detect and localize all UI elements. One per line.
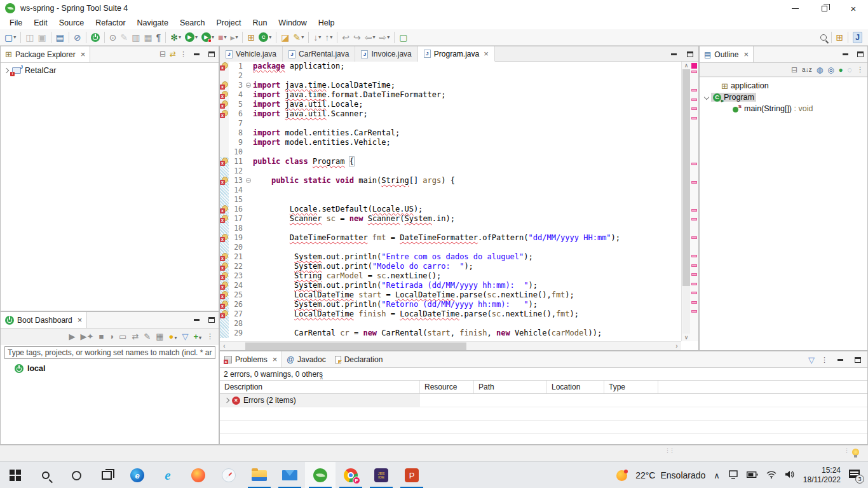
- filter-icon[interactable]: ▽: [808, 355, 815, 365]
- editor-tab-program-java[interactable]: JProgram.java×: [418, 46, 495, 62]
- column-header-location[interactable]: Location: [547, 381, 604, 393]
- error-summary-marker[interactable]: [691, 63, 697, 69]
- editor-tab-vehicle-java[interactable]: JVehicle.java: [220, 46, 283, 62]
- close-icon[interactable]: ×: [81, 50, 86, 59]
- access-key-button[interactable]: ⊙: [108, 30, 118, 44]
- spring-initializr-button[interactable]: C▾: [257, 30, 273, 44]
- error-overview-marker[interactable]: [691, 264, 697, 267]
- cast-icon[interactable]: [728, 470, 738, 481]
- debug-button-icon[interactable]: ▶✦: [81, 332, 94, 341]
- tab-boot-dashboard[interactable]: Boot Dashboard ×: [1, 312, 87, 328]
- error-marker-icon[interactable]: [220, 205, 228, 214]
- error-overview-marker[interactable]: [691, 273, 697, 276]
- taskbar-cortana[interactable]: [61, 462, 92, 488]
- error-marker-icon[interactable]: [220, 81, 228, 90]
- taskbar-safari[interactable]: [214, 462, 244, 488]
- sash-grip[interactable]: ⋮: [844, 449, 846, 458]
- taskbar-mail[interactable]: [275, 462, 305, 488]
- error-marker-icon[interactable]: [220, 262, 228, 271]
- vertical-scrollbar[interactable]: ∧ ∨: [682, 62, 691, 341]
- taskbar-task-view[interactable]: [92, 462, 122, 488]
- dropdown-arrow-icon[interactable]: ▾: [179, 34, 181, 40]
- error-overview-marker[interactable]: [691, 209, 697, 212]
- taskbar-file-explorer[interactable]: [244, 462, 275, 488]
- restart-button-icon[interactable]: ◑: [109, 332, 114, 341]
- hide-fields-icon[interactable]: ◍: [817, 65, 823, 74]
- error-marker-icon[interactable]: [220, 281, 228, 290]
- outline-item-package[interactable]: ⊞ application: [700, 80, 867, 92]
- link-with-editor-icon[interactable]: ⇄: [170, 50, 176, 58]
- next-annotation-button[interactable]: ↓▾: [312, 30, 322, 44]
- taskbar-edge[interactable]: e: [122, 462, 153, 488]
- menu-file[interactable]: File: [4, 17, 28, 29]
- chevron-right-icon[interactable]: [4, 67, 9, 72]
- weather-sun-icon[interactable]: [616, 470, 627, 481]
- error-marker-icon[interactable]: [220, 215, 228, 223]
- error-marker-icon[interactable]: [220, 301, 228, 309]
- forward-history-button[interactable]: ⇨▾: [377, 30, 391, 44]
- minimize-panel-button[interactable]: [191, 48, 202, 60]
- editor-tab-carrental-java[interactable]: JCarRental.java: [283, 46, 355, 62]
- taskbar-powerpoint[interactable]: P: [397, 462, 427, 488]
- view-menu-icon[interactable]: ⋮: [207, 332, 214, 341]
- open-browser-icon[interactable]: ⇄: [132, 332, 139, 341]
- tab-outline[interactable]: ▤ Outline ×: [700, 46, 754, 62]
- hscrollbar-thumb[interactable]: [245, 342, 466, 350]
- code-editor[interactable]: 1package application;23−import java.time…: [220, 62, 681, 341]
- feather-button[interactable]: ✎: [119, 30, 129, 44]
- save-button[interactable]: ◫: [24, 30, 35, 44]
- mark-occurrences-button[interactable]: ✎▾: [292, 30, 305, 44]
- tab-javadoc[interactable]: @Javadoc: [282, 351, 330, 367]
- tray-overflow-chevron-icon[interactable]: ∧: [714, 471, 720, 480]
- error-marker-icon[interactable]: [220, 62, 228, 71]
- dropdown-arrow-icon[interactable]: ▾: [212, 34, 214, 40]
- hide-local-types-icon[interactable]: ◌: [848, 65, 852, 74]
- close-icon[interactable]: ×: [78, 315, 83, 325]
- open-perspective-button[interactable]: ⊞: [835, 30, 845, 44]
- notification-center-icon[interactable]: 3: [849, 470, 862, 481]
- tips-lightbulb-icon[interactable]: [852, 449, 859, 456]
- open-console-button[interactable]: ▤: [55, 30, 65, 44]
- search-button[interactable]: [819, 30, 828, 44]
- editor-tab-invoice-java[interactable]: JInvoice.java: [355, 46, 417, 62]
- chevron-right-icon[interactable]: [224, 398, 229, 403]
- error-overview-marker[interactable]: [691, 98, 697, 101]
- hide-static-members-icon[interactable]: ◎: [827, 65, 834, 74]
- column-header-type[interactable]: Type: [604, 381, 658, 393]
- collapse-all-icon[interactable]: ⊟: [791, 65, 797, 74]
- scrollbar-thumb[interactable]: [682, 69, 690, 286]
- sash-grip[interactable]: ⋮⋮: [665, 449, 667, 458]
- taskbar-internet-explorer[interactable]: e: [153, 462, 183, 488]
- wifi-icon[interactable]: [766, 471, 776, 480]
- error-overview-marker[interactable]: [691, 283, 697, 285]
- error-marker-icon[interactable]: [220, 310, 228, 318]
- close-icon[interactable]: ×: [484, 49, 489, 58]
- tab-declaration[interactable]: Declaration: [330, 351, 388, 367]
- tree-item-project[interactable]: J! RetalCar: [1, 63, 219, 75]
- error-marker-icon[interactable]: [220, 234, 228, 242]
- hide-non-public-icon[interactable]: ●: [839, 65, 843, 74]
- menu-source[interactable]: Source: [53, 17, 90, 29]
- scroll-up-icon[interactable]: ∧: [682, 62, 691, 69]
- maximize-panel-button[interactable]: [206, 48, 217, 60]
- error-overview-marker[interactable]: [691, 292, 697, 294]
- taskbar-eclipse[interactable]: JEE IDE: [366, 462, 397, 488]
- menu-edit[interactable]: Edit: [28, 17, 53, 29]
- run-button[interactable]: ▶▾: [184, 30, 199, 44]
- error-marker-icon[interactable]: [220, 158, 228, 166]
- minimize-panel-button[interactable]: [834, 354, 846, 365]
- maximize-panel-button[interactable]: [852, 354, 864, 365]
- column-header-resource[interactable]: Resource: [420, 381, 474, 393]
- menu-search[interactable]: Search: [174, 17, 211, 29]
- sort-icon[interactable]: a↓z: [802, 66, 812, 73]
- error-marker-icon[interactable]: [220, 91, 228, 99]
- taskbar-start[interactable]: [0, 462, 31, 488]
- build-all-button[interactable]: ▥: [130, 30, 141, 44]
- close-icon[interactable]: ×: [743, 50, 749, 59]
- outline-item-method[interactable]: S main(String[]) : void: [700, 103, 867, 114]
- open-console-icon[interactable]: ▭: [119, 332, 126, 341]
- error-overview-marker[interactable]: [691, 255, 697, 257]
- stop-button-icon[interactable]: ■: [98, 332, 104, 341]
- back-history-button[interactable]: ⇦▾: [363, 30, 377, 44]
- menu-project[interactable]: Project: [211, 17, 247, 29]
